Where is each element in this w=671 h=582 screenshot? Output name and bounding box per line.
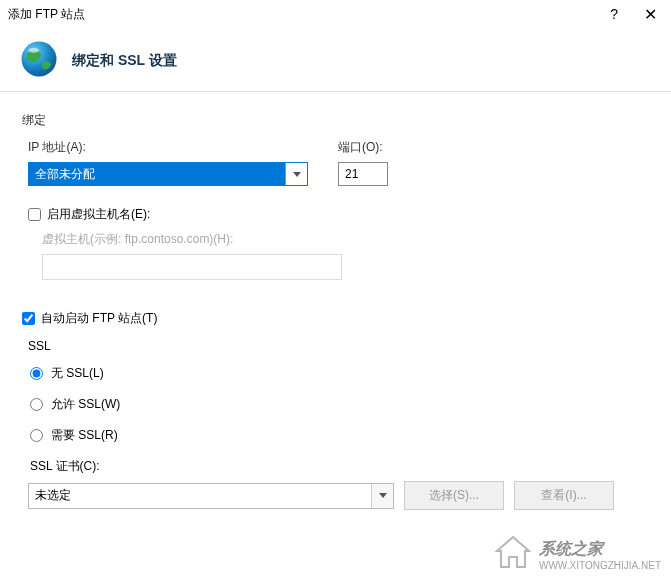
ssl-cert-input[interactable] xyxy=(29,484,371,508)
ssl-cert-combo[interactable] xyxy=(28,483,394,509)
port-input[interactable] xyxy=(338,162,388,186)
ip-address-label: IP 地址(A): xyxy=(28,139,308,156)
ssl-require-radio[interactable] xyxy=(30,429,43,442)
watermark-url: WWW.XITONGZHIJIA.NET xyxy=(539,560,661,571)
ssl-allow-radio[interactable] xyxy=(30,398,43,411)
autostart-label: 自动启动 FTP 站点(T) xyxy=(41,310,157,327)
page-title: 绑定和 SSL 设置 xyxy=(72,52,177,70)
ip-dropdown-button[interactable] xyxy=(285,163,307,185)
dialog-header: 绑定和 SSL 设置 xyxy=(0,28,671,91)
ssl-cert-label: SSL 证书(C): xyxy=(30,458,649,475)
watermark-title: 系统之家 xyxy=(539,539,661,560)
enable-virtualhost-checkbox[interactable] xyxy=(28,208,41,221)
ssl-none-radio[interactable] xyxy=(30,367,43,380)
ssl-allow-label: 允许 SSL(W) xyxy=(51,396,120,413)
ip-address-input[interactable] xyxy=(29,163,285,185)
watermark: 系统之家 WWW.XITONGZHIJIA.NET xyxy=(493,535,661,574)
ssl-cert-dropdown-button[interactable] xyxy=(371,484,393,508)
autostart-checkbox[interactable] xyxy=(22,312,35,325)
ip-address-combo[interactable] xyxy=(28,162,308,186)
ssl-group-label: SSL xyxy=(28,339,649,353)
select-cert-button: 选择(S)... xyxy=(404,481,504,510)
header-divider xyxy=(0,91,671,92)
globe-icon xyxy=(18,38,60,83)
ssl-none-label: 无 SSL(L) xyxy=(51,365,104,382)
svg-point-1 xyxy=(29,48,40,53)
enable-virtualhost-label: 启用虚拟主机名(E): xyxy=(47,206,150,223)
help-button[interactable]: ? xyxy=(610,6,618,22)
house-icon xyxy=(493,535,533,574)
view-cert-button: 查看(I)... xyxy=(514,481,614,510)
port-label: 端口(O): xyxy=(338,139,388,156)
titlebar: 添加 FTP 站点 ? ✕ xyxy=(0,0,671,28)
close-button[interactable]: ✕ xyxy=(638,3,663,26)
chevron-down-icon xyxy=(379,493,387,498)
window-title: 添加 FTP 站点 xyxy=(8,6,610,23)
chevron-down-icon xyxy=(293,172,301,177)
ssl-require-label: 需要 SSL(R) xyxy=(51,427,118,444)
binding-group-label: 绑定 xyxy=(22,112,649,129)
virtualhost-hint-label: 虚拟主机(示例: ftp.contoso.com)(H): xyxy=(42,231,649,248)
virtualhost-input xyxy=(42,254,342,280)
